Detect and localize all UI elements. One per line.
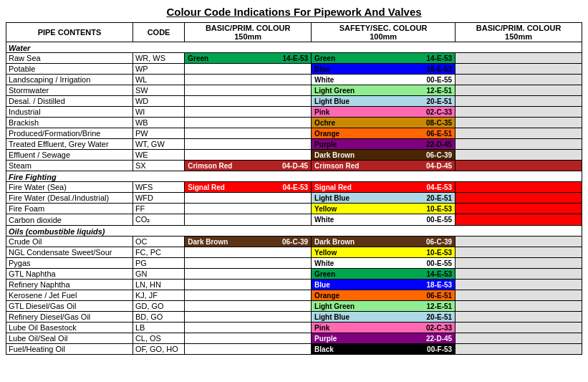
table-row: SteamSXCrimson Red04-D-45Crimson Red04-D…	[6, 161, 582, 171]
code-cell: OC	[132, 237, 184, 247]
safety-code: 06-C-39	[426, 151, 452, 159]
pipe-contents-cell: Kerosene / Jet Fuel	[6, 290, 133, 301]
safety-label: Pink	[314, 324, 329, 332]
basic1-cell	[185, 118, 312, 128]
safety-label: White	[314, 76, 334, 84]
pipe-contents-cell: Landscaping / Irrigation	[6, 75, 133, 85]
safety-label: Green	[314, 270, 335, 278]
pipe-contents-cell: Stormwater	[6, 85, 133, 96]
basic2-cell	[456, 182, 582, 193]
table-row: Fire Water (Desal./Industrial)WFD Light …	[6, 193, 582, 204]
basic2-cell	[456, 204, 582, 214]
safety-cell: Green14-E-53	[312, 269, 456, 280]
safety-code: 12-E-51	[427, 87, 453, 95]
header-basic1: BASIC/PRIM. COLOUR 150mm	[185, 23, 312, 42]
basic2-cell	[456, 193, 582, 204]
safety-code: 00-E-55	[427, 259, 453, 267]
table-row: PygasPG White00-E-55	[6, 258, 582, 269]
safety-label: Light Blue	[314, 194, 350, 202]
header-safety: SAFETY/SEC. COLOUR 100mm	[312, 23, 456, 42]
safety-cell: White00-E-55	[312, 75, 456, 85]
basic2-cell	[456, 96, 582, 107]
safety-cell: Light Blue20-E-51	[312, 96, 456, 107]
safety-cell: Light Green12-E-51	[312, 85, 456, 96]
safety-code: 00-E-55	[427, 216, 453, 224]
pipe-colour-table: PIPE CONTENTS CODE BASIC/PRIM. COLOUR 15…	[6, 22, 582, 355]
safety-label: Purple	[314, 140, 337, 148]
table-row: Refinery NaphthaLN, HN Blue18-E-53	[6, 280, 582, 290]
basic2-cell	[456, 64, 582, 75]
table-row: Lube Oil BasestockLB Pink02-C-33	[6, 323, 582, 333]
basic1-label: Dark Brown	[188, 238, 228, 246]
basic2-cell	[456, 107, 582, 118]
code-cell: PG	[132, 258, 184, 269]
basic2-cell	[456, 258, 582, 269]
basic1-cell	[185, 344, 312, 355]
code-cell: FC, PC	[132, 247, 184, 258]
safety-label: Light Blue	[314, 313, 350, 321]
safety-cell: Signal Red04-E-53	[312, 182, 456, 193]
basic2-cell	[456, 247, 582, 258]
code-cell: FF	[132, 204, 184, 214]
code-cell: WR, WS	[132, 53, 184, 64]
table-row: Treated Effluent, Grey WaterWT, GW Purpl…	[6, 139, 582, 150]
safety-cell: Pink02-C-33	[312, 107, 456, 118]
safety-cell: Pink02-C-33	[312, 323, 456, 333]
pipe-contents-cell: Treated Effluent, Grey Water	[6, 139, 133, 150]
table-row: StormwaterSW Light Green12-E-51	[6, 85, 582, 96]
code-cell: LB	[132, 323, 184, 333]
code-cell: WB	[132, 118, 184, 128]
safety-code: 04-D-45	[426, 162, 452, 170]
code-cell: WE	[132, 150, 184, 161]
safety-cell: Purple22-D-45	[312, 333, 456, 344]
safety-cell: Dark Brown06-C-39	[312, 237, 456, 247]
code-cell: KJ, JF	[132, 290, 184, 301]
safety-label: Green	[314, 54, 335, 62]
code-cell: WD	[132, 96, 184, 107]
safety-code: 02-C-33	[426, 108, 452, 116]
basic1-cell	[185, 107, 312, 118]
table-row: Effluent / SewageWE Dark Brown06-C-39	[6, 150, 582, 161]
pipe-contents-cell: Raw Sea	[6, 53, 133, 64]
safety-code: 22-D-45	[426, 335, 452, 343]
safety-label: Crimson Red	[314, 162, 359, 170]
safety-label: Light Blue	[314, 97, 350, 105]
basic1-label: Signal Red	[188, 183, 225, 191]
pipe-contents-cell: Refinery Naphtha	[6, 280, 133, 290]
basic1-cell	[185, 333, 312, 344]
safety-code: 06-E-51	[427, 292, 453, 300]
safety-cell: Black00-F-53	[312, 344, 456, 355]
table-row: Crude OilOCDark Brown06-C-39Dark Brown06…	[6, 237, 582, 247]
code-cell: SX	[132, 161, 184, 171]
section-header-row: Oils (combustible liquids)	[6, 226, 582, 237]
basic2-cell	[456, 139, 582, 150]
table-row: Landscaping / IrrigationWL White00-E-55	[6, 75, 582, 85]
table-row: GTL NaphthaGN Green14-E-53	[6, 269, 582, 280]
pipe-contents-cell: Produced/Formation/Brine	[6, 128, 133, 139]
basic2-cell	[456, 128, 582, 139]
pipe-contents-cell: Pygas	[6, 258, 133, 269]
pipe-contents-cell: Fire Water (Sea)	[6, 182, 133, 193]
safety-code: 06-E-51	[427, 130, 453, 138]
pipe-contents-cell: Refinery Diesel/Gas Oil	[6, 312, 133, 323]
code-cell: WP	[132, 64, 184, 75]
safety-code: 20-E-51	[427, 194, 453, 202]
safety-label: Dark Brown	[314, 151, 355, 159]
safety-cell: Green14-E-53	[312, 53, 456, 64]
basic2-cell	[456, 161, 582, 171]
safety-code: 00-F-53	[427, 345, 452, 353]
pipe-contents-cell: NGL Condensate Sweet/Sour	[6, 247, 133, 258]
basic1-cell	[185, 139, 312, 150]
table-row: PotableWP Blue18-E-53	[6, 64, 582, 75]
basic2-cell	[456, 290, 582, 301]
pipe-contents-cell: Industrial	[6, 107, 133, 118]
safety-cell: Light Green12-E-51	[312, 301, 456, 312]
basic1-cell: Dark Brown06-C-39	[185, 237, 312, 247]
code-cell: WI	[132, 107, 184, 118]
basic1-code: 04-E-53	[283, 183, 309, 191]
safety-label: Yellow	[314, 249, 337, 257]
pipe-contents-cell: Effluent / Sewage	[6, 150, 133, 161]
table-row: Desal. / DistilledWD Light Blue20-E-51	[6, 96, 582, 107]
safety-cell: Purple22-D-45	[312, 139, 456, 150]
basic1-cell: Green14-E-53	[185, 53, 312, 64]
